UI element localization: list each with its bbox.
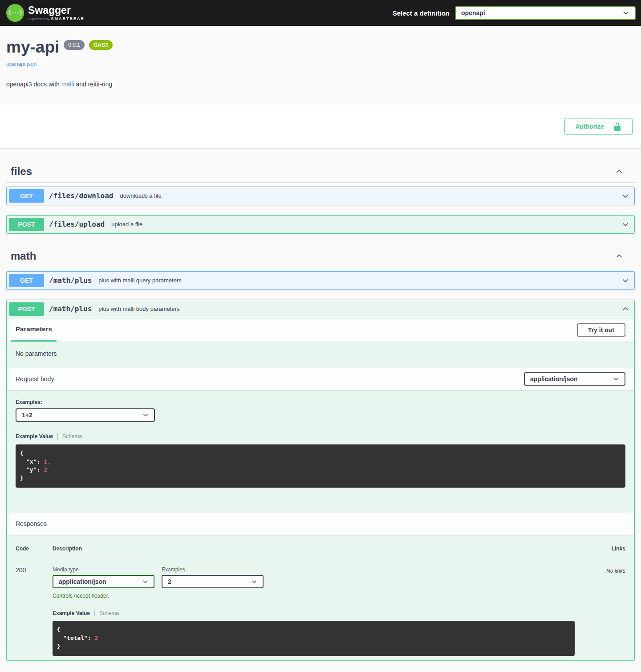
tag-section-header-math[interactable]: math [6,245,635,267]
oas-badge: OAS3 [89,40,113,50]
scheme-container: Authorize [0,105,641,148]
operations-wrapper: files GET /files/download downloads a fi… [0,161,641,672]
media-type-label: Media type [53,566,154,573]
swagger-brand[interactable]: {···} Swagger Supported by SMARTBEAR [6,4,85,22]
model-example-tabs: Example Value Schema [16,433,625,440]
responses-label: Responses [16,520,47,527]
malli-link[interactable]: malli [61,81,74,88]
tab-example-value[interactable]: Example Value [16,433,57,440]
opblock-post-files-upload: POST /files/upload upload a file [6,215,635,234]
unlock-icon [613,122,622,131]
no-links-text: No links [575,566,625,656]
operation-summary: downloads a file [120,192,619,199]
tab-parameters[interactable]: Parameters [11,318,57,342]
brand-name: Swagger [28,5,85,16]
response-content-type-select[interactable]: application/json [53,575,154,588]
response-examples-label: Examples [162,566,264,573]
operation-summary: upload a file [111,221,619,228]
method-badge: GET [9,189,44,203]
swagger-logo-icon: {···} [6,4,24,22]
response-code: 200 [16,566,53,656]
description-column-header: Description [53,546,575,552]
chevron-down-icon [142,578,148,585]
brand-subtitle: Supported by SMARTBEAR [28,17,85,21]
info-section: my-api 0.0.1 OAS3 openapi.json openapi3 … [0,26,641,105]
collapse-operation-button[interactable] [619,305,632,313]
chevron-down-icon [251,578,257,585]
opblock-get-math-plus: GET /math/plus plus with malli query par… [6,271,635,290]
smartbear-logo-text: SMARTBEAR [51,17,85,21]
opblock-summary[interactable]: POST /files/upload upload a file [7,216,634,233]
operation-path: /math/plus [49,276,92,285]
definition-select-value: openapi [461,9,485,16]
operation-summary: plus with malli body parameters [98,305,619,312]
collapse-section-button[interactable] [613,252,626,260]
request-examples-select[interactable]: 1+2 [16,408,155,422]
responses-header: Responses [7,513,634,535]
try-it-out-button[interactable]: Try it out [577,323,625,337]
chevron-down-icon [621,277,629,285]
chevron-down-icon [613,376,619,382]
responses-table-head: Code Description Links [16,543,625,559]
method-badge: POST [9,218,44,231]
expand-operation-button[interactable] [619,220,632,228]
request-body-content: Examples: 1+2 Example Value Schema { "x"… [7,390,634,513]
links-column-header: Links [575,546,625,552]
topbar: {···} Swagger Supported by SMARTBEAR Sel… [0,0,641,26]
tag-section-header-files[interactable]: files [6,161,635,183]
version-badge: 0.0.1 [64,40,85,50]
response-examples-block: Examples 2 [162,566,264,599]
opblock-summary[interactable]: GET /math/plus plus with malli query par… [7,272,634,289]
controls-accept-header-note: Controls Accept header. [53,593,154,599]
response-row-200: 200 Media type application/json Controls… [16,559,625,656]
page-title: my-api [6,38,59,57]
media-type-block: Media type application/json Controls Acc… [53,566,154,599]
tab-schema[interactable]: Schema [58,433,82,440]
request-content-type-select[interactable]: application/json [524,372,625,386]
chevron-up-icon [621,305,629,313]
request-example-code-block: { "x": 1, "y": 2 } [16,444,625,488]
parameters-header: Parameters Try it out [7,318,634,342]
api-description: openapi3 docs with malli and reitit-ring [6,81,632,88]
spec-url-link[interactable]: openapi.json [6,61,37,67]
operation-path: /math/plus [49,305,92,313]
tag-title: math [11,250,36,262]
response-example-code-block: { "total": 2 } [53,621,575,656]
chevron-down-icon [621,220,629,228]
chevron-up-icon [615,167,623,175]
collapse-section-button[interactable] [613,167,626,175]
chevron-down-icon [622,9,629,16]
chevron-up-icon [615,252,623,260]
tab-example-value[interactable]: Example Value [53,610,94,616]
request-body-label: Request body [16,375,54,383]
chevron-down-icon [621,192,629,200]
expand-operation-button[interactable] [619,192,632,200]
opblock-summary[interactable]: GET /files/download downloads a file [7,187,634,205]
select-definition-label: Select a definition [393,9,450,17]
tag-title: files [11,165,32,178]
operation-path: /files/upload [49,220,105,228]
no-parameters-text: No parameters [7,342,634,368]
operation-summary: plus with malli query parameters [98,277,619,284]
opblock-post-math-plus: POST /math/plus plus with malli body par… [6,300,635,661]
examples-label: Examples: [16,399,625,405]
section-body-files: GET /files/download downloads a file POS… [6,183,635,245]
response-examples-select[interactable]: 2 [162,575,264,588]
code-column-header: Code [16,546,53,552]
operation-path: /files/download [49,191,114,200]
method-badge: POST [9,302,44,316]
tab-schema[interactable]: Schema [95,610,119,616]
section-body-math: GET /math/plus plus with malli query par… [6,267,635,672]
request-body-header: Request body application/json [7,368,634,390]
expand-operation-button[interactable] [619,277,632,285]
chevron-down-icon [142,412,149,418]
definition-select[interactable]: openapi [455,6,636,20]
opblock-get-files-download: GET /files/download downloads a file [6,187,635,205]
model-example-tabs: Example Value Schema [53,610,575,616]
authorize-button[interactable]: Authorize [564,118,633,135]
responses-table: Code Description Links 200 Media type ap… [7,535,634,660]
opblock-summary[interactable]: POST /math/plus plus with malli body par… [7,300,634,318]
method-badge: GET [9,274,44,287]
